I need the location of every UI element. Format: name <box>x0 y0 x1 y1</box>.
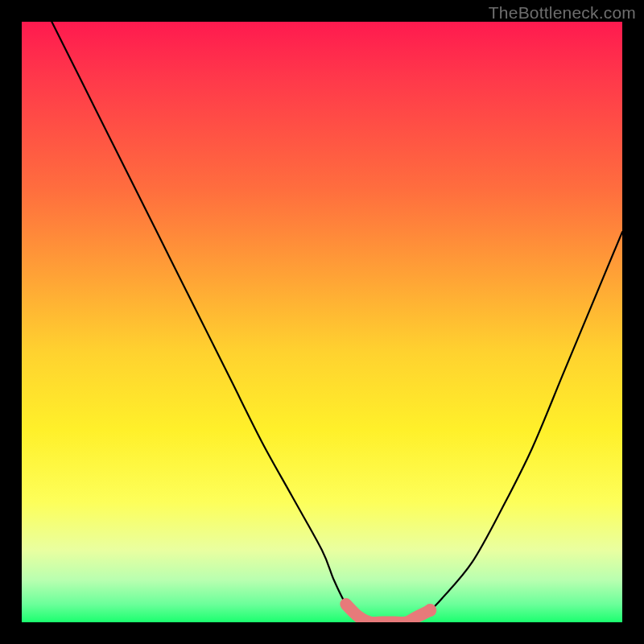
highlight-band <box>346 605 431 622</box>
curve-layer <box>22 22 622 622</box>
bottleneck-curve <box>52 22 622 622</box>
chart-frame: TheBottleneck.com <box>0 0 644 644</box>
watermark-text: TheBottleneck.com <box>489 3 636 23</box>
plot-area <box>22 22 622 622</box>
highlight-end-dot <box>423 604 436 617</box>
